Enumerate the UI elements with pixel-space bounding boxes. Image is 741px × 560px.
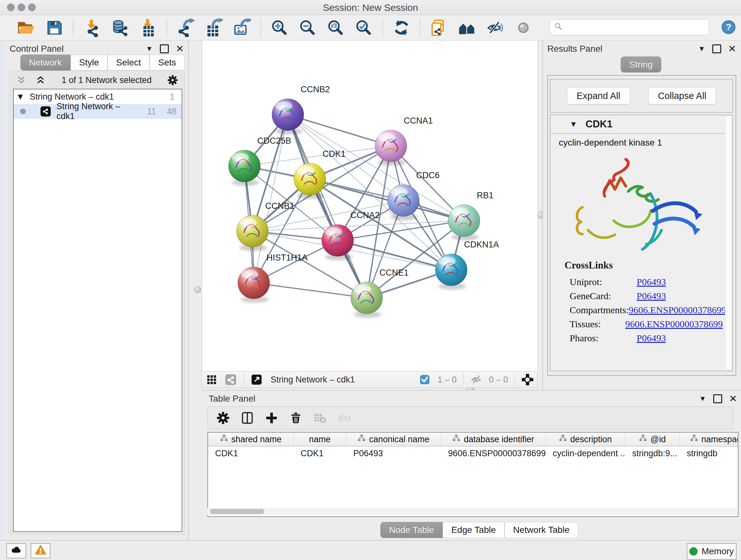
detach-view-icon[interactable] [250, 373, 264, 387]
tab-style[interactable]: Style [71, 55, 108, 71]
column-header-namespace[interactable]: namespace [680, 433, 738, 446]
network-node-RB1[interactable]: RB1 [448, 191, 494, 240]
tab-network-table[interactable]: Network Table [504, 522, 578, 538]
column-header-name[interactable]: name [293, 433, 346, 446]
column-header-id[interactable]: @id [625, 433, 680, 446]
export-table-icon[interactable] [204, 18, 224, 38]
panel-menu-caret-icon[interactable]: ▼ [699, 395, 706, 403]
panel-close-icon[interactable]: ✕ [176, 45, 184, 52]
collapse-all-button[interactable]: Collapse All [648, 87, 717, 105]
birds-eye-view-icon[interactable] [521, 373, 535, 387]
expand-all-networks-icon[interactable] [33, 73, 48, 87]
crosslink-row: Compartments: 9606.ENSP00000378699 [569, 303, 723, 317]
cloud-status-button[interactable] [6, 543, 26, 558]
expand-all-button[interactable]: Expand All [567, 87, 630, 105]
table-cell[interactable]: CDK1 [293, 449, 346, 458]
network-options-gear-icon[interactable] [165, 73, 180, 87]
network-edge[interactable] [245, 146, 391, 166]
grid-view-icon[interactable] [205, 373, 219, 387]
table-row[interactable]: CDK1CDK1P064939606.ENSP00000378699cyclin… [208, 446, 738, 460]
crosslink-link[interactable]: P06493 [636, 291, 666, 301]
panel-float-icon[interactable] [712, 44, 721, 53]
network-share-icon[interactable] [224, 373, 238, 387]
panel-menu-caret-icon[interactable]: ▼ [698, 45, 705, 53]
crosslink-link[interactable]: P06493 [636, 276, 666, 287]
node-table[interactable]: shared namenamecanonical namedatabase id… [207, 432, 738, 517]
tab-select[interactable]: Select [108, 55, 150, 71]
crosslink-link[interactable]: P06493 [636, 333, 666, 344]
network-edge[interactable] [288, 115, 391, 146]
left-splitter-handle[interactable] [194, 286, 201, 293]
first-neighbors-icon[interactable] [457, 18, 477, 38]
zoom-in-icon[interactable] [270, 18, 289, 38]
network-node-CDC6[interactable]: CDC6 [387, 171, 440, 220]
panel-close-icon[interactable]: ✕ [728, 45, 736, 52]
column-header-databaseidentifier[interactable]: database identifier [441, 433, 546, 446]
network-node-CCNA1[interactable]: CCNA1 [375, 116, 433, 166]
save-session-icon[interactable] [44, 18, 64, 38]
zoom-selected-icon[interactable] [354, 18, 374, 38]
help-button[interactable]: ? [721, 19, 737, 35]
memory-button[interactable]: Memory [687, 543, 737, 560]
table-cell[interactable]: stringdb [680, 449, 738, 458]
import-network-icon[interactable] [82, 18, 102, 38]
delete-column-icon[interactable] [287, 410, 305, 426]
tab-network[interactable]: Network [20, 55, 71, 71]
table-cell[interactable]: cyclin-dependent ... [546, 449, 625, 458]
table-cell[interactable]: CDK1 [208, 449, 293, 458]
network-node-HIST1H1A[interactable]: HIST1H1A [238, 253, 308, 303]
column-header-sharedname[interactable]: shared name [208, 433, 293, 446]
table-cell[interactable]: 9606.ENSP00000378699 [441, 449, 546, 458]
import-table-icon[interactable] [138, 18, 158, 38]
panel-menu-caret-icon[interactable]: ▼ [146, 45, 153, 53]
export-network-icon[interactable] [176, 18, 196, 38]
zoom-out-icon[interactable] [298, 18, 318, 38]
crosslink-link[interactable]: 9606.ENSP00000378699 [629, 305, 726, 315]
panel-close-icon[interactable]: ✕ [729, 395, 737, 402]
selected-checkbox-icon[interactable] [418, 373, 432, 387]
export-image-icon[interactable] [232, 18, 252, 38]
panel-float-icon[interactable] [713, 394, 722, 403]
add-column-icon[interactable] [263, 410, 280, 426]
network-node-CCNB1[interactable]: CCNB1 [237, 201, 294, 251]
column-header-canonicalname[interactable]: canonical name [346, 433, 441, 446]
zoom-fit-icon[interactable] [326, 18, 346, 38]
tab-node-table[interactable]: Node Table [381, 522, 443, 538]
refresh-icon[interactable] [392, 18, 411, 38]
warnings-button[interactable] [30, 543, 51, 558]
tab-sets[interactable]: Sets [150, 55, 185, 71]
table-horizontal-scrollbar[interactable] [207, 508, 737, 515]
open-file-icon[interactable] [16, 18, 36, 38]
network-graph[interactable]: CCNB2 CCNA1 CDC25B CDK1 [202, 41, 538, 371]
tab-string[interactable]: String [621, 57, 661, 72]
gene-card-caret-icon[interactable]: ▼ [569, 120, 577, 129]
hide-selected-icon[interactable] [485, 18, 505, 38]
column-header-description[interactable]: description [546, 433, 625, 446]
table-options-gear-icon[interactable] [214, 410, 232, 426]
results-scrollbar[interactable] [725, 117, 731, 369]
copy-documents-icon[interactable] [429, 18, 449, 38]
table-cell[interactable]: stringdb:9... [625, 449, 680, 458]
network-node-CDKN1A[interactable]: CDKN1A [435, 240, 499, 290]
search-box[interactable] [549, 19, 709, 35]
panel-float-icon[interactable] [160, 44, 169, 53]
tab-edge-table[interactable]: Edge Table [443, 522, 504, 538]
search-input[interactable] [566, 22, 709, 33]
network-canvas[interactable]: CCNB2 CCNA1 CDC25B CDK1 [202, 41, 538, 371]
show-all-icon[interactable] [514, 18, 533, 38]
crosslink-link[interactable]: 9606.ENSP00000378699 [625, 319, 723, 329]
collapse-all-networks-icon[interactable] [14, 73, 28, 87]
import-database-icon[interactable] [110, 18, 130, 38]
collection-expand-caret-icon[interactable]: ▼ [14, 92, 24, 102]
network-edge[interactable] [254, 283, 367, 298]
show-columns-icon[interactable] [239, 410, 256, 426]
toolbar-separator [420, 19, 421, 37]
network-node-CCNE1[interactable]: CCNE1 [351, 268, 409, 318]
scrollbar-thumb[interactable] [210, 509, 264, 514]
string-results-container: Expand All Collapse All ▼ CDK1 cyclin-de… [547, 75, 736, 376]
table-cell[interactable]: P06493 [346, 449, 441, 458]
search-icon [554, 22, 563, 33]
network-row-selected[interactable]: String Network – cdk1 11 48 [14, 104, 182, 119]
network-edge[interactable] [288, 115, 367, 298]
gene-card-header[interactable]: ▼ CDK1 [550, 115, 732, 134]
